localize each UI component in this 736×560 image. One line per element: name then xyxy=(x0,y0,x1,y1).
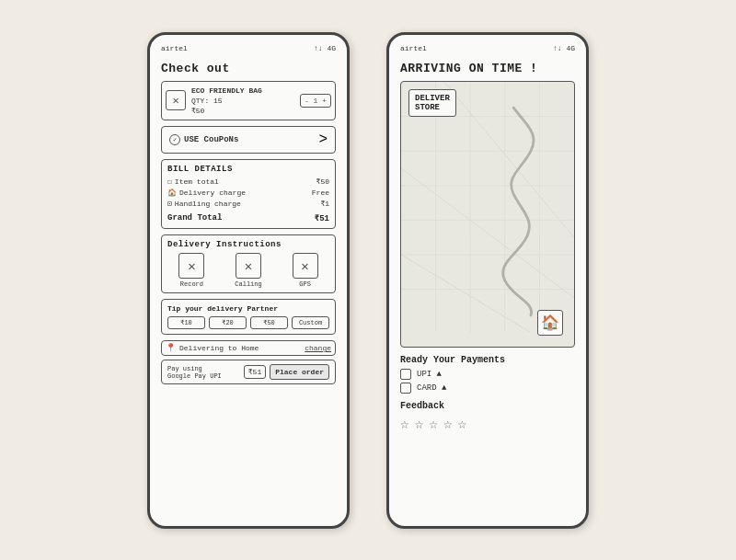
bill-title: BILL DETAILS xyxy=(167,165,329,174)
upi-checkbox[interactable] xyxy=(400,369,411,380)
delivery-address-label: Delivering to Home xyxy=(179,344,259,352)
bill-item-total-row: ☐ Item total ₹50 xyxy=(167,177,329,186)
star-5[interactable]: ☆ xyxy=(458,415,467,433)
signal-icons-left: ↑↓ 4G xyxy=(314,44,336,52)
item-name: ECO FRIENDLY BAG xyxy=(191,86,294,96)
svg-line-10 xyxy=(401,167,574,297)
grand-total-value: ₹51 xyxy=(315,213,329,223)
calling-label: Calling xyxy=(235,280,261,288)
tip-50-button[interactable]: ₹50 xyxy=(250,316,288,329)
coupon-label-group: ✓ USE CouPoNs xyxy=(169,134,238,145)
tip-title: Tip your delivery Partner xyxy=(167,304,329,313)
bill-handling-value: ₹1 xyxy=(320,200,329,208)
arriving-title: ARRIVING ON TIME ! xyxy=(400,62,575,75)
svg-line-12 xyxy=(401,254,531,332)
map-grid-svg xyxy=(401,82,574,333)
card-checkbox[interactable] xyxy=(400,383,411,394)
calling-icon-box: ✕ xyxy=(236,253,261,279)
status-bar-left: airtel ↑↓ 4G xyxy=(157,42,339,54)
grand-total-label: Grand Total xyxy=(167,213,222,223)
signal-icons-right: ↑↓ 4G xyxy=(553,44,575,52)
carrier-right: airtel xyxy=(400,44,427,52)
coupon-row[interactable]: ✓ USE CouPoNs > xyxy=(161,126,336,154)
left-screen-content: Check out ✕ ECO FRIENDLY BAG QTY: 15 ₹50… xyxy=(157,58,339,512)
bill-delivery-label-group: 🏠 Delivery charge xyxy=(167,189,246,197)
delivery-address-label-group: 📍 Delivering to Home xyxy=(166,343,259,353)
gps-label: GPS xyxy=(299,280,311,288)
checkout-phone: airtel ↑↓ 4G Check out ✕ ECO FRIENDLY BA… xyxy=(147,32,350,529)
item-qty: QTY: 15 xyxy=(191,96,294,106)
bill-delivery-label: Delivery charge xyxy=(179,189,246,197)
item-icon: ☐ xyxy=(167,177,172,186)
tracking-phone: airtel ↑↓ 4G ARRIVING ON TIME ! xyxy=(386,32,589,529)
tip-buttons-row: ₹10 ₹20 ₹50 Custom xyxy=(167,316,329,329)
remove-item-button[interactable]: ✕ xyxy=(166,90,186,110)
change-address-button[interactable]: change xyxy=(305,344,331,352)
tip-section: Tip your delivery Partner ₹10 ₹20 ₹50 Cu… xyxy=(161,299,336,335)
checkout-title: Check out xyxy=(161,62,336,75)
home-pin-icon: 📍 xyxy=(166,343,176,353)
pay-using-label: Pay using xyxy=(167,365,240,372)
bill-item-total-value: ₹50 xyxy=(316,177,329,186)
pay-method-label: Google Pay UPI xyxy=(167,372,240,380)
coupon-check-icon: ✓ xyxy=(169,134,180,145)
bill-details-section: BILL DETAILS ☐ Item total ₹50 🏠 Delivery… xyxy=(161,159,336,229)
coupon-arrow-icon: > xyxy=(318,131,328,148)
upi-label: UPI ▲ xyxy=(417,370,442,379)
delivery-address-row: 📍 Delivering to Home change xyxy=(161,340,336,356)
delivery-option-calling[interactable]: ✕ Calling xyxy=(235,253,261,288)
handling-icon: ⊡ xyxy=(167,200,172,208)
card-label: CARD ▲ xyxy=(417,383,446,393)
bill-delivery-row: 🏠 Delivery charge Free xyxy=(167,189,329,197)
bill-handling-label: Handling charge xyxy=(175,200,241,208)
gps-icon-box: ✕ xyxy=(293,253,318,279)
delivery-instructions-section: Delivery Instructions ✕ Record ✕ Calling… xyxy=(161,234,336,293)
card-option[interactable]: CARD ▲ xyxy=(400,383,575,394)
delivery-option-gps[interactable]: ✕ GPS xyxy=(293,253,318,288)
bill-delivery-value: Free xyxy=(312,189,329,197)
upi-option[interactable]: UPI ▲ xyxy=(400,369,575,380)
bill-item-total-label: Item total xyxy=(175,177,219,186)
feedback-section: Feedback ☆ ☆ ☆ ☆ ☆ xyxy=(400,401,575,433)
grand-total-row: Grand Total ₹51 xyxy=(167,211,329,223)
item-details: ECO FRIENDLY BAG QTY: 15 ₹50 xyxy=(191,86,294,117)
coupon-label: USE CouPoNs xyxy=(184,135,238,144)
right-screen-content: ARRIVING ON TIME ! xyxy=(397,58,579,512)
pay-using-section: Pay using Google Pay UPI xyxy=(167,365,240,380)
item-edit-button[interactable]: - 1 + xyxy=(300,94,331,108)
delivery-instructions-title: Delivery Instructions xyxy=(167,240,329,249)
delivery-option-record[interactable]: ✕ Record xyxy=(178,253,204,288)
tip-10-button[interactable]: ₹10 xyxy=(167,316,205,329)
store-label: DELIVERSTORE xyxy=(408,89,456,117)
bottom-bar: Pay using Google Pay UPI ₹51 Place order xyxy=(161,360,336,384)
payment-section: Ready Your Payments UPI ▲ CARD ▲ xyxy=(400,355,575,394)
tip-20-button[interactable]: ₹20 xyxy=(209,316,247,329)
svg-line-11 xyxy=(444,82,574,237)
tip-custom-button[interactable]: Custom xyxy=(292,316,329,329)
delivery-icon: 🏠 xyxy=(167,189,177,197)
house-icon: 🏠 xyxy=(537,310,563,336)
payment-title: Ready Your Payments xyxy=(400,355,575,365)
star-3[interactable]: ☆ xyxy=(429,415,438,433)
star-2[interactable]: ☆ xyxy=(415,415,424,433)
carrier-left: airtel xyxy=(161,44,188,52)
star-1[interactable]: ☆ xyxy=(400,415,409,433)
status-bar-right: airtel ↑↓ 4G xyxy=(397,42,579,54)
star-4[interactable]: ☆ xyxy=(443,415,453,433)
map-container: DELIVERSTORE 🏠 xyxy=(400,81,575,348)
record-label: Record xyxy=(180,280,203,288)
record-icon-box: ✕ xyxy=(178,253,204,279)
cart-item-box: ✕ ECO FRIENDLY BAG QTY: 15 ₹50 - 1 + xyxy=(161,81,336,121)
bill-handling-row: ⊡ Handling charge ₹1 xyxy=(167,200,329,208)
bill-handling-label-group: ⊡ Handling charge xyxy=(167,200,241,208)
feedback-title: Feedback xyxy=(400,401,575,411)
total-amount-display: ₹51 xyxy=(244,365,266,379)
star-rating-row: ☆ ☆ ☆ ☆ ☆ xyxy=(400,415,575,433)
bill-item-total-label-group: ☐ Item total xyxy=(167,177,219,186)
delivery-icons-row: ✕ Record ✕ Calling ✕ GPS xyxy=(167,253,329,288)
place-order-button[interactable]: Place order xyxy=(270,364,329,380)
item-price: ₹50 xyxy=(191,106,294,116)
